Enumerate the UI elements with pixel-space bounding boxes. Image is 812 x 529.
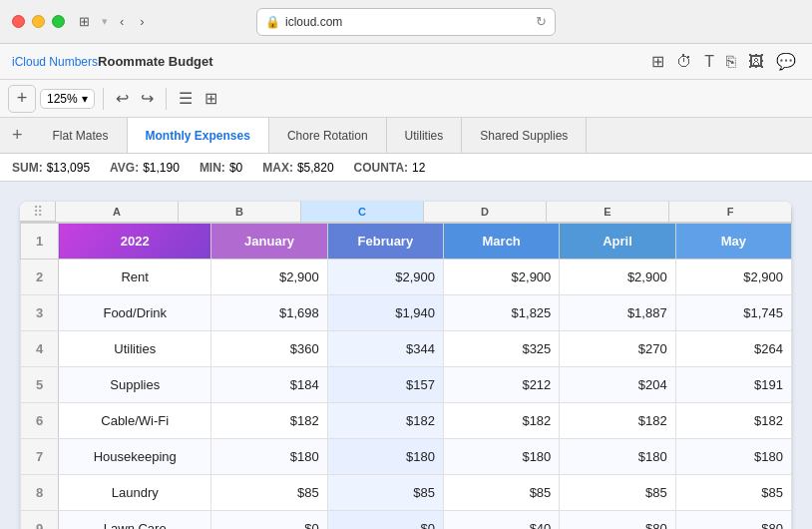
col-header-b[interactable]: B: [179, 202, 301, 222]
cell-util-feb[interactable]: $344: [327, 331, 443, 367]
toolbar-icon-5[interactable]: 🖼: [744, 50, 768, 73]
toolbar-icon-3[interactable]: T: [700, 50, 718, 73]
cell-month-mar[interactable]: March: [444, 224, 560, 260]
sheet-wrapper: ⠿ A B C D E F 1 2022 January February Ma…: [0, 182, 812, 529]
zoom-selector[interactable]: 125% ▾: [40, 89, 95, 109]
cell-lawn-mar[interactable]: $40: [444, 511, 560, 530]
cell-food-jan[interactable]: $1,698: [211, 295, 327, 331]
cell-util-jan[interactable]: $360: [211, 331, 327, 367]
undo-button[interactable]: ↩: [112, 87, 133, 110]
cell-supplies-feb[interactable]: $157: [327, 367, 443, 403]
row-num-6: 6: [21, 403, 59, 439]
add-button[interactable]: +: [8, 85, 36, 113]
row-num-3: 3: [21, 295, 59, 331]
cell-hk-mar[interactable]: $180: [444, 439, 560, 475]
cell-year[interactable]: 2022: [59, 224, 211, 260]
cell-lawn-feb[interactable]: $0: [327, 511, 443, 530]
cell-laundry-apr[interactable]: $85: [560, 475, 675, 511]
col-header-a[interactable]: A: [56, 202, 179, 222]
toolbar-icon-6[interactable]: 💬: [772, 50, 800, 73]
cell-label-laundry[interactable]: Laundry: [59, 475, 211, 511]
cell-laundry-feb[interactable]: $85: [327, 475, 443, 511]
close-button[interactable]: [12, 15, 25, 28]
cell-rent-mar[interactable]: $2,900: [444, 260, 560, 295]
tab-chore-rotation[interactable]: Chore Rotation: [269, 118, 387, 153]
cell-label-supplies[interactable]: Supplies: [59, 367, 211, 403]
cell-cable-jan[interactable]: $182: [211, 403, 327, 439]
cell-lawn-jan[interactable]: $0: [211, 511, 327, 530]
tab-flat-mates[interactable]: Flat Mates: [35, 118, 128, 153]
cell-rent-apr[interactable]: $2,900: [560, 260, 675, 295]
url-bar[interactable]: 🔒 icloud.com ↻: [256, 8, 556, 36]
back-button[interactable]: ‹: [116, 12, 128, 31]
col-header-c[interactable]: C: [301, 202, 424, 222]
cell-rent-may[interactable]: $2,900: [675, 260, 791, 295]
cell-cable-feb[interactable]: $182: [327, 403, 443, 439]
forward-button[interactable]: ›: [136, 12, 148, 31]
cell-month-feb[interactable]: February: [327, 224, 443, 260]
separator-2: [166, 88, 167, 110]
cell-label-food[interactable]: Food/Drink: [59, 295, 211, 331]
cell-label-cable[interactable]: Cable/Wi-Fi: [59, 403, 211, 439]
redo-button[interactable]: ↪: [137, 87, 158, 110]
cell-month-apr[interactable]: April: [560, 224, 675, 260]
toolbar-icon-1[interactable]: ⊞: [647, 50, 668, 73]
sidebar-toggle[interactable]: ⊞: [75, 12, 94, 31]
cell-month-jan[interactable]: January: [211, 224, 327, 260]
cell-supplies-may[interactable]: $191: [675, 367, 791, 403]
cell-supplies-mar[interactable]: $212: [444, 367, 560, 403]
cell-hk-may[interactable]: $180: [675, 439, 791, 475]
cell-hk-apr[interactable]: $180: [560, 439, 675, 475]
tab-shared-supplies[interactable]: Shared Supplies: [462, 118, 587, 153]
toolbar-icon-4[interactable]: ⎘: [722, 50, 740, 73]
cell-laundry-jan[interactable]: $85: [211, 475, 327, 511]
cell-rent-feb[interactable]: $2,900: [327, 260, 443, 295]
cell-rent-jan[interactable]: $2,900: [211, 260, 327, 295]
cell-lawn-may[interactable]: $80: [675, 511, 791, 530]
grid-view-button[interactable]: ⊞: [201, 87, 221, 110]
cell-util-may[interactable]: $264: [675, 331, 791, 367]
stat-max: MAX: $5,820: [262, 161, 333, 175]
table-row: 8 Laundry $85 $85 $85 $85 $85: [21, 475, 792, 511]
refresh-button[interactable]: ↻: [536, 14, 547, 29]
cell-util-apr[interactable]: $270: [560, 331, 675, 367]
cell-food-feb[interactable]: $1,940: [327, 295, 443, 331]
row-num-8: 8: [21, 475, 59, 511]
tab-monthly-expenses[interactable]: Monthly Expenses: [128, 118, 269, 153]
cell-supplies-jan[interactable]: $184: [211, 367, 327, 403]
cell-cable-may[interactable]: $182: [675, 403, 791, 439]
minimize-button[interactable]: [32, 15, 45, 28]
cell-food-mar[interactable]: $1,825: [444, 295, 560, 331]
cell-label-housekeeping[interactable]: Housekeeping: [59, 439, 211, 475]
cell-laundry-mar[interactable]: $85: [444, 475, 560, 511]
list-view-button[interactable]: ☰: [175, 87, 197, 110]
cell-lawn-apr[interactable]: $80: [560, 511, 675, 530]
toolbar-icon-2[interactable]: ⏱: [672, 50, 696, 73]
cell-label-rent[interactable]: Rent: [59, 260, 211, 295]
cell-laundry-may[interactable]: $85: [675, 475, 791, 511]
col-header-d[interactable]: D: [424, 202, 547, 222]
cell-hk-jan[interactable]: $180: [211, 439, 327, 475]
stat-min: MIN: $0: [200, 161, 242, 175]
chevron-down-icon: ▾: [82, 92, 88, 106]
tabs-bar: + Flat Mates Monthly Expenses Chore Rota…: [0, 118, 812, 154]
cell-label-utilities[interactable]: Utilities: [59, 331, 211, 367]
cell-cable-apr[interactable]: $182: [560, 403, 675, 439]
tab-utilities[interactable]: Utilities: [387, 118, 463, 153]
cell-label-lawn[interactable]: Lawn Care: [59, 511, 211, 530]
spreadsheet-container: ⠿ A B C D E F 1 2022 January February Ma…: [0, 182, 812, 529]
col-header-e[interactable]: E: [547, 202, 669, 222]
add-tab-button[interactable]: +: [0, 118, 35, 153]
cell-util-mar[interactable]: $325: [444, 331, 560, 367]
cell-supplies-apr[interactable]: $204: [560, 367, 675, 403]
doc-title: Roommate Budget: [98, 54, 213, 69]
cell-hk-feb[interactable]: $180: [327, 439, 443, 475]
col-header-f[interactable]: F: [669, 202, 792, 222]
fullscreen-button[interactable]: [52, 15, 65, 28]
cell-month-may[interactable]: May: [675, 224, 791, 260]
cell-food-apr[interactable]: $1,887: [560, 295, 675, 331]
cell-food-may[interactable]: $1,745: [675, 295, 791, 331]
grid-corner: ⠿: [20, 202, 56, 222]
cell-cable-mar[interactable]: $182: [444, 403, 560, 439]
row-num-2: 2: [21, 260, 59, 295]
